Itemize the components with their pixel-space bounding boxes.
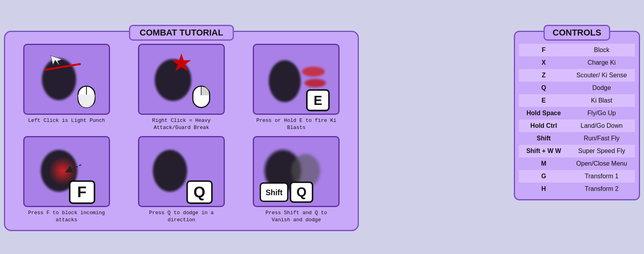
controls-key: Q xyxy=(519,82,568,94)
controls-key: F xyxy=(519,44,568,56)
svg-text:Q: Q xyxy=(297,185,307,199)
svg-point-10 xyxy=(269,60,301,102)
controls-key: M xyxy=(519,157,568,170)
tutorial-img-dodge: Q xyxy=(138,136,225,207)
combat-panel-box: COMBAT TUTORIAL xyxy=(4,31,359,232)
controls-row: QDodge xyxy=(519,82,635,94)
controls-action: Open/Close Menu xyxy=(568,157,635,170)
controls-key: H xyxy=(519,183,568,195)
controls-row: ZScouter/ Ki Sense xyxy=(519,69,635,82)
controls-key: Shift xyxy=(519,132,568,145)
svg-point-12 xyxy=(305,79,326,87)
controls-panel-box: CONTROLS FBlockXCharge KiZScouter/ Ki Se… xyxy=(514,31,640,200)
controls-title: CONTROLS xyxy=(543,25,610,41)
combat-tutorial-panel: COMBAT TUTORIAL xyxy=(4,31,506,232)
caption-heavy-attack: Right Click = Heavy Attack/Guard Break xyxy=(140,117,223,131)
caption-vanish: Press Shift and Q to Vanish and dodge xyxy=(255,209,338,224)
tutorial-cell-block: F Press F to block incoming attacks xyxy=(11,136,121,224)
combat-tutorial-title: COMBAT TUTORIAL xyxy=(129,25,234,41)
controls-action: Dodge xyxy=(568,82,635,94)
svg-point-20 xyxy=(153,150,187,192)
tutorial-img-ki-blast: E xyxy=(253,44,340,115)
controls-row: Shift + W WSuper Speed Fly xyxy=(519,145,635,157)
tutorial-cell-vanish: Shift Q Press Shift and Q to Vanish and … xyxy=(241,136,351,224)
controls-row: HTransform 2 xyxy=(519,183,635,195)
controls-row: FBlock xyxy=(519,44,635,56)
svg-text:Shift: Shift xyxy=(266,189,283,197)
controls-action: Transform 1 xyxy=(568,170,635,183)
controls-row: XCharge Ki xyxy=(519,56,635,69)
caption-block: Press F to block incoming attacks xyxy=(25,209,108,224)
controls-key: Hold Ctrl xyxy=(519,120,568,132)
caption-ki-blast: Press or Hold E to fire Ki Blasts xyxy=(255,117,338,131)
controls-row: EKi Blast xyxy=(519,94,635,107)
tutorial-cell-light-punch: Left Click is Light Punch xyxy=(11,44,121,131)
controls-row: Hold CtrlLand/Go Down xyxy=(519,120,635,132)
controls-action: Ki Blast xyxy=(568,94,635,107)
controls-action: Block xyxy=(568,44,635,56)
controls-action: Land/Go Down xyxy=(568,120,635,132)
controls-key: Shift + W W xyxy=(519,145,568,157)
tutorial-grid: Left Click is Light Punch xyxy=(11,44,351,224)
svg-rect-9 xyxy=(201,87,209,95)
tutorial-cell-dodge: Q Press Q to dodge in a direction xyxy=(126,136,236,224)
tutorial-img-block: F xyxy=(23,136,110,207)
controls-row: ShiftRun/Fast Fly xyxy=(519,132,635,145)
tutorial-img-vanish: Shift Q xyxy=(253,136,340,207)
controls-panel-wrapper: CONTROLS FBlockXCharge KiZScouter/ Ki Se… xyxy=(514,31,640,200)
tutorial-img-light-punch xyxy=(23,44,110,115)
controls-row: GTransform 1 xyxy=(519,170,635,183)
controls-action: Fly/Go Up xyxy=(568,107,635,120)
controls-key: E xyxy=(519,94,568,107)
tutorial-img-heavy-attack xyxy=(138,44,225,115)
caption-light-punch: Left Click is Light Punch xyxy=(28,117,105,124)
controls-action: Super Speed Fly xyxy=(568,145,635,157)
controls-key: X xyxy=(519,56,568,69)
caption-dodge: Press Q to dodge in a direction xyxy=(140,209,223,224)
controls-row: MOpen/Close Menu xyxy=(519,157,635,170)
svg-text:Q: Q xyxy=(193,183,205,200)
controls-action: Charge Ki xyxy=(568,56,635,69)
controls-row: Hold SpaceFly/Go Up xyxy=(519,107,635,120)
svg-point-5 xyxy=(155,59,191,101)
tutorial-cell-heavy-attack: Right Click = Heavy Attack/Guard Break xyxy=(126,44,236,131)
controls-action: Scouter/ Ki Sense xyxy=(568,69,635,82)
controls-key: Hold Space xyxy=(519,107,568,120)
tutorial-cell-ki-blast: E Press or Hold E to fire Ki Blasts xyxy=(241,44,351,131)
svg-text:F: F xyxy=(77,183,87,200)
controls-table: FBlockXCharge KiZScouter/ Ki SenseQDodge… xyxy=(519,44,635,195)
controls-key: Z xyxy=(519,69,568,82)
svg-text:E: E xyxy=(314,93,322,107)
controls-action: Transform 2 xyxy=(568,183,635,195)
controls-key: G xyxy=(519,170,568,183)
controls-action: Run/Fast Fly xyxy=(568,132,635,145)
svg-point-11 xyxy=(302,67,325,77)
